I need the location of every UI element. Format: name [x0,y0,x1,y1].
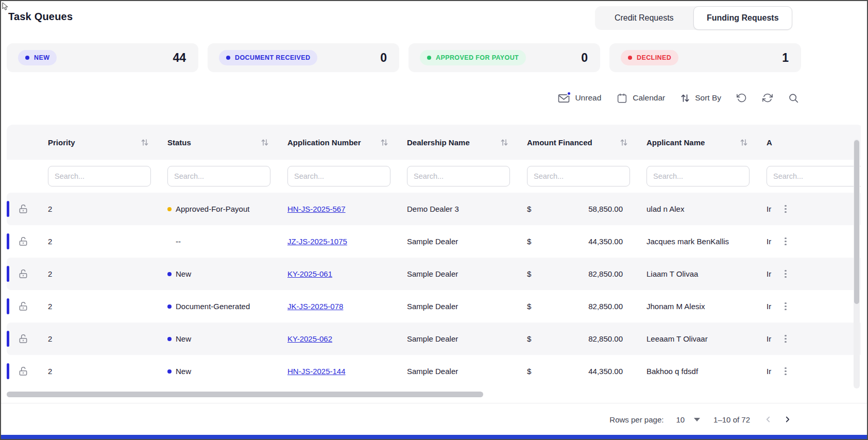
calendar-button[interactable]: Calendar [617,93,665,104]
page-title: Task Queues [8,11,73,23]
dealership-cell: Sample Dealer [399,302,519,311]
truncated-cell: Ir [758,268,858,280]
amount-cell: $ 82,850.00 [519,269,638,278]
stat-card-new[interactable]: NEW 44 [7,43,198,72]
status-dot [167,272,172,276]
amount-cell: $ 44,350.00 [519,237,638,246]
truncated-column-search-input[interactable] [767,166,861,187]
column-header-application-number[interactable]: Application Number [279,138,399,147]
previous-page-button[interactable] [763,415,773,424]
unlock-icon[interactable] [18,301,28,312]
unlock-icon[interactable] [18,236,28,247]
sort-icon[interactable] [380,139,388,146]
dealership-cell: Sample Dealer [399,334,519,343]
horizontal-scrollbar[interactable] [7,392,851,398]
sort-icon[interactable] [261,139,269,146]
table-row[interactable]: 2 New KY-2025-062 Sample Dealer $ 82,850… [7,323,861,355]
table-row[interactable]: 2 Approved-For-Payout HN-JS-2025-567 Dem… [7,193,861,225]
application-number-search-input[interactable] [287,166,390,187]
row-menu-icon[interactable] [782,365,789,378]
stat-card-declined[interactable]: DECLINED 1 [609,43,801,72]
dealership-name-search-input[interactable] [407,166,510,187]
sort-by-button[interactable]: Sort By [680,93,721,103]
applicant-cell: ulad n Alex [638,205,758,213]
next-page-button[interactable] [783,415,792,424]
sort-icon[interactable] [620,139,628,146]
amount-financed-search-input[interactable] [527,166,630,187]
column-header-amount-financed[interactable]: Amount Financed [519,138,638,147]
status-dot [167,304,172,309]
applicant-cell: Jhonam M Alesix [638,302,758,311]
unlock-icon[interactable] [18,268,28,279]
tab-funding-requests[interactable]: Funding Requests [693,6,793,30]
currency-symbol: $ [527,237,531,246]
application-number-link[interactable]: JZ-JS-2025-1075 [287,237,347,246]
applicant-cell: Leeaam T Olivaar [638,334,758,343]
unread-label: Unread [575,93,601,103]
column-header-truncated[interactable]: A [758,138,858,147]
application-number-cell: HN-JS-2025-567 [279,205,399,213]
priority-cell: 2 [40,237,159,246]
currency-symbol: $ [527,205,531,213]
application-number-link[interactable]: JK-JS-2025-078 [287,302,343,311]
priority-cell: 2 [40,367,159,376]
unlock-icon[interactable] [18,366,28,377]
row-menu-icon[interactable] [782,300,789,313]
unread-filter-button[interactable]: Unread [558,93,601,103]
refresh-button[interactable] [762,93,773,103]
table-row[interactable]: 2 Document-Generated JK-JS-2025-078 Samp… [7,290,861,323]
truncated-cell: Ir [758,365,858,378]
row-menu-icon[interactable] [782,268,789,280]
application-number-link[interactable]: KY-2025-062 [287,334,332,343]
status-cell: -- [159,237,279,246]
row-accent-bar [7,201,9,217]
vertical-scrollbar[interactable] [854,139,860,388]
currency-symbol: $ [527,302,531,311]
application-number-cell: KY-2025-061 [279,269,399,278]
application-number-link[interactable]: HN-JS-2025-567 [287,205,346,213]
sort-icon[interactable] [740,139,748,146]
task-queue-table: Priority Status Application Number Deale… [7,125,861,387]
status-badge-label: DECLINED [637,54,671,61]
column-header-applicant-name[interactable]: Applicant Name [638,138,758,147]
status-badge-label: DOCUMENT RECEIVED [235,54,310,61]
application-number-link[interactable]: HN-JS-2025-144 [287,367,346,376]
column-header-status[interactable]: Status [159,138,279,147]
row-accent-bar [7,363,9,379]
applicant-name-search-input[interactable] [646,166,750,187]
status-badge: DECLINED [621,50,678,65]
status-cell: Approved-For-Payout [159,205,279,213]
unread-indicator-dot [567,91,571,96]
application-number-link[interactable]: KY-2025-061 [287,269,332,278]
stat-card-approved-for-payout[interactable]: APPROVED FOR PAYOUT 0 [409,43,600,72]
status-dot [226,56,230,60]
status-cell: New [159,367,279,376]
status-cell: New [159,269,279,278]
search-button[interactable] [788,93,799,104]
applicant-cell: Jacques mark BenKallis [638,237,758,246]
row-menu-icon[interactable] [782,235,789,248]
reset-button[interactable] [737,93,747,103]
row-menu-icon[interactable] [782,203,789,215]
table-row[interactable]: 2 New KY-2025-061 Sample Dealer $ 82,850… [7,258,861,290]
status-search-input[interactable] [167,166,270,187]
search-icon [788,93,799,104]
column-header-priority[interactable]: Priority [40,138,159,147]
row-menu-icon[interactable] [782,333,789,345]
stat-card-document-received[interactable]: DOCUMENT RECEIVED 0 [208,43,399,72]
table-row[interactable]: 2 New HN-JS-2025-144 Sample Dealer $ 44,… [7,355,861,387]
amount-cell: $ 58,850.00 [519,205,638,213]
vertical-scrollbar-thumb[interactable] [854,140,859,304]
column-header-dealership-name[interactable]: Dealership Name [399,138,519,147]
priority-cell: 2 [40,269,159,278]
rows-per-page-select[interactable]: 10 [676,415,700,424]
tab-credit-requests[interactable]: Credit Requests [595,6,693,30]
table-row[interactable]: 2 -- JZ-JS-2025-1075 Sample Dealer $ 44,… [7,225,861,258]
sort-icon[interactable] [500,139,508,146]
horizontal-scrollbar-thumb[interactable] [7,392,483,397]
sort-icon[interactable] [141,139,149,146]
status-cell: New [159,334,279,343]
unlock-icon[interactable] [18,333,28,344]
unlock-icon[interactable] [18,204,28,214]
priority-search-input[interactable] [48,166,151,187]
